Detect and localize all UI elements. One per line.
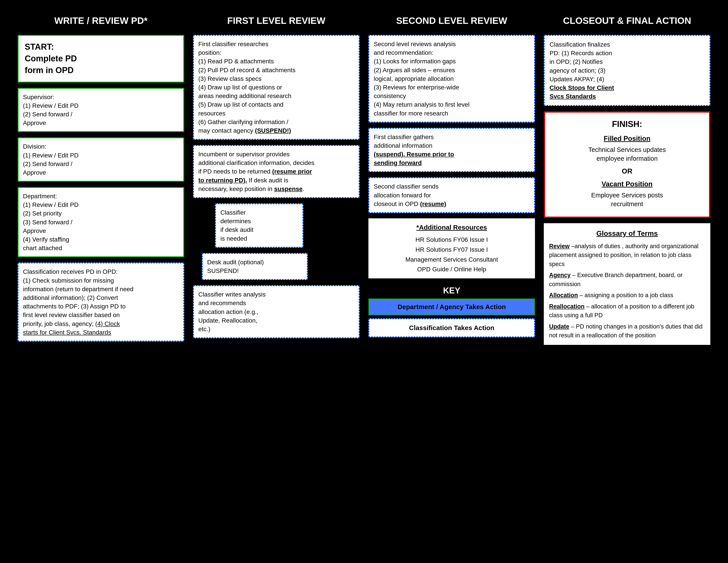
glossary-allocation-def: – assigning a position to a job class — [578, 292, 673, 299]
first-classifier-box: First classifier researches position: (1… — [193, 35, 360, 140]
glossary-update-def: – PD noting changes in a position's duti… — [549, 323, 703, 339]
vacant-position-text: Employee Services postsrecruitment — [551, 191, 703, 209]
main-grid: START:Complete PDform in OPD Supervisor:… — [13, 35, 715, 345]
key-classification-box: Classification Takes Action — [368, 319, 535, 337]
supervisor-box: Supervisor: (1) Review / Edit PD (2) Sen… — [18, 88, 184, 132]
desk-audit-box: Desk audit (optional) SUSPEND! — [202, 253, 308, 280]
glossary-box: Glossary of Terms Review –analysis of du… — [544, 223, 710, 345]
glossary-agency-term: Agency — [549, 272, 571, 278]
classification-receives-box: Classification receives PD in OPD: (1) C… — [18, 262, 184, 342]
second-classifier-sends-box: Second classifier sends allocation forwa… — [368, 177, 535, 213]
vacant-position-label: Vacant Position — [551, 179, 703, 189]
glossary-allocation-term: Allocation — [549, 292, 578, 299]
key-dept-box: Department / Agency Takes Action — [368, 299, 535, 315]
filled-position-label: Filled Position — [551, 133, 703, 144]
glossary-review-term: Review — [549, 243, 570, 249]
glossary-update-term: Update — [549, 323, 569, 330]
finish-box: FINISH: Filled Position Technical Servic… — [544, 111, 710, 218]
col4-header: CLOSEOUT & FINAL ACTION — [539, 13, 715, 28]
incumbent-box: Incumbent or supervisor provides additio… — [193, 145, 360, 198]
department-box: Department: (1) Review / Edit PD (2) Set… — [18, 187, 184, 257]
col1-header: WRITE / REVIEW PD* — [13, 13, 189, 28]
glossary-reallocation-term: Reallocation — [549, 303, 585, 310]
finish-title: FINISH: — [551, 118, 703, 130]
col3-header: SECOND LEVEL REVIEW — [364, 13, 539, 28]
key-section: KEY Department / Agency Takes Action Cla… — [368, 286, 535, 337]
glossary-review-def: –analysis of duties , authority and orga… — [549, 243, 698, 267]
or-label: OR — [551, 166, 703, 176]
glossary-title: Glossary of Terms — [549, 228, 705, 239]
classifier-determines-box: Classifier determines if desk audit is n… — [215, 203, 303, 248]
start-box: START:Complete PDform in OPD — [18, 35, 184, 83]
second-level-box: Second level reviews analysis and recomm… — [368, 35, 535, 122]
additional-resources-box: *Additional Resources HR Solutions FY06 … — [368, 218, 535, 278]
col4-content: Classification finalizes PD: (1) Records… — [539, 35, 715, 345]
additional-resources-text: HR Solutions FY06 Issue I HR Solutions F… — [373, 235, 531, 274]
key-title: KEY — [368, 286, 535, 296]
classification-finalizes-box: Classification finalizes PD: (1) Records… — [544, 35, 710, 106]
additional-resources-title: *Additional Resources — [373, 222, 531, 232]
col3-content: Second level reviews analysis and recomm… — [364, 35, 539, 337]
division-box: Division: (1) Review / Edit PD (2) Send … — [18, 137, 184, 182]
filled-position-text: Technical Services updatesemployee infor… — [551, 145, 703, 163]
classifier-writes-box: Classifier writes analysis and recommend… — [193, 285, 360, 338]
col2-header: FIRST LEVEL REVIEW — [189, 13, 364, 28]
col1-content: START:Complete PDform in OPD Supervisor:… — [13, 35, 189, 342]
col2-content: First classifier researches position: (1… — [189, 35, 364, 338]
header-row: WRITE / REVIEW PD* FIRST LEVEL REVIEW SE… — [13, 13, 715, 28]
first-classifier-gathers-box: First classifier gathers additional info… — [368, 128, 535, 172]
finish-section: FINISH: Filled Position Technical Servic… — [551, 118, 703, 208]
